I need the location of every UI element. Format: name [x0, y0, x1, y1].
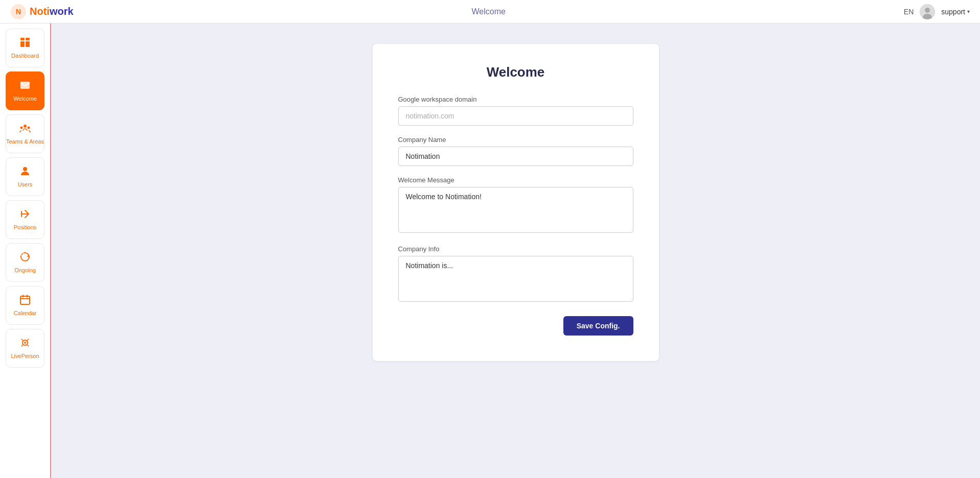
sidebar-item-welcome[interactable]: Welcome	[6, 71, 44, 110]
domain-group: Google workspace domain	[398, 95, 633, 126]
svg-point-16	[24, 342, 26, 344]
welcome-label: Welcome	[13, 95, 37, 102]
svg-rect-7	[20, 41, 25, 47]
logo-text: Notiwork	[30, 6, 74, 17]
svg-text:N: N	[16, 8, 21, 16]
liveperson-label: LivePerson	[11, 353, 39, 360]
sidebar-item-teams-areas[interactable]: Teams & Areas	[6, 114, 44, 153]
welcome-message-group: Welcome Message Welcome to Notimation!	[398, 176, 633, 235]
sidebar-item-ongoing[interactable]: Ongoing	[6, 243, 44, 282]
company-name-group: Company Name	[398, 136, 633, 166]
save-config-button[interactable]: Save Config.	[563, 316, 633, 336]
positions-icon	[19, 208, 31, 222]
teams-areas-label: Teams & Areas	[6, 138, 44, 145]
form-actions: Save Config.	[398, 316, 633, 336]
svg-rect-5	[20, 38, 25, 40]
svg-point-13	[23, 167, 27, 171]
svg-rect-6	[26, 38, 30, 40]
sidebar-item-calendar[interactable]: Calendar	[6, 286, 44, 325]
header-title: Welcome	[472, 7, 506, 16]
username: support	[941, 8, 965, 16]
header: N Notiwork Welcome EN support ▾	[0, 0, 980, 23]
main-content: Welcome Google workspace domain Company …	[51, 23, 980, 478]
dashboard-label: Dashboard	[11, 53, 39, 59]
welcome-message-label: Welcome Message	[398, 176, 633, 184]
company-info-label: Company Info	[398, 245, 633, 253]
teams-icon	[19, 122, 31, 136]
logo-icon: N	[10, 4, 27, 20]
avatar	[920, 4, 935, 19]
company-info-group: Company Info Notimation is...	[398, 245, 633, 304]
svg-rect-8	[26, 41, 30, 47]
header-right: EN support ▾	[904, 4, 970, 19]
svg-point-11	[20, 127, 23, 129]
dashboard-icon	[19, 36, 31, 51]
calendar-icon	[19, 294, 31, 308]
sidebar-item-users[interactable]: Users	[6, 157, 44, 196]
domain-input[interactable]	[398, 106, 633, 126]
layout: Dashboard Welcome	[0, 23, 980, 478]
welcome-message-textarea[interactable]: Welcome to Notimation!	[398, 187, 633, 233]
svg-point-3	[925, 8, 930, 13]
card-title: Welcome	[398, 64, 633, 80]
positions-label: Positions	[14, 224, 37, 231]
logo[interactable]: N Notiwork	[10, 4, 74, 20]
welcome-icon	[19, 79, 31, 93]
users-icon	[19, 165, 31, 179]
svg-rect-14	[20, 296, 30, 304]
svg-point-12	[28, 127, 30, 129]
domain-label: Google workspace domain	[398, 95, 633, 103]
sidebar-item-positions[interactable]: Positions	[6, 200, 44, 239]
welcome-card: Welcome Google workspace domain Company …	[373, 44, 659, 361]
users-label: Users	[18, 181, 33, 188]
company-name-label: Company Name	[398, 136, 633, 144]
language-selector[interactable]: EN	[904, 8, 914, 16]
ongoing-label: Ongoing	[14, 267, 36, 274]
user-menu[interactable]: support ▾	[941, 8, 970, 16]
svg-point-10	[24, 125, 27, 128]
sidebar: Dashboard Welcome	[0, 23, 51, 478]
liveperson-icon	[19, 337, 31, 351]
company-info-textarea[interactable]: Notimation is...	[398, 256, 633, 302]
chevron-down-icon: ▾	[967, 9, 970, 14]
ongoing-icon	[19, 251, 31, 265]
company-name-input[interactable]	[398, 147, 633, 166]
sidebar-item-liveperson[interactable]: LivePerson	[6, 329, 44, 368]
calendar-label: Calendar	[14, 310, 37, 317]
sidebar-item-dashboard[interactable]: Dashboard	[6, 29, 44, 67]
